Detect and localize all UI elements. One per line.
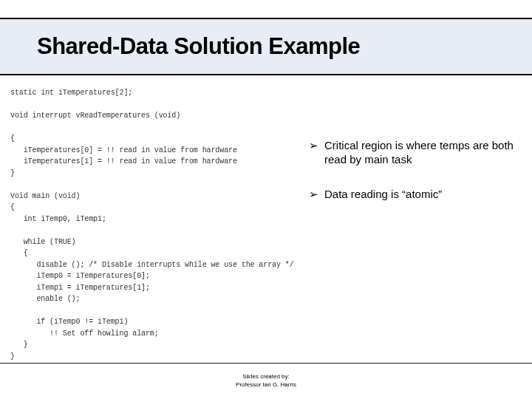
page-title: Shared-Data Solution Example [37,33,360,60]
bullet-text: Data reading is “atomic” [324,188,442,202]
bullet-list: ➢ Critical region is where temps are bot… [309,139,519,222]
bullet-text: Critical region is where temps are both … [324,139,519,167]
bullet-arrow-icon: ➢ [309,188,318,202]
footer-rule [0,363,532,364]
footer-line2: Professor Ian G. Harris [0,381,532,389]
bullet-item: ➢ Critical region is where temps are bot… [309,139,519,167]
footer-credit: Slides created by: Professor Ian G. Harr… [0,373,532,389]
footer-line1: Slides created by: [0,373,532,381]
content-area: static int iTemperatures[2]; void interr… [0,80,532,361]
title-band: Shared-Data Solution Example [0,18,532,75]
code-listing: static int iTemperatures[2]; void interr… [10,87,294,362]
bullet-arrow-icon: ➢ [309,139,318,167]
bullet-item: ➢ Data reading is “atomic” [309,188,519,202]
